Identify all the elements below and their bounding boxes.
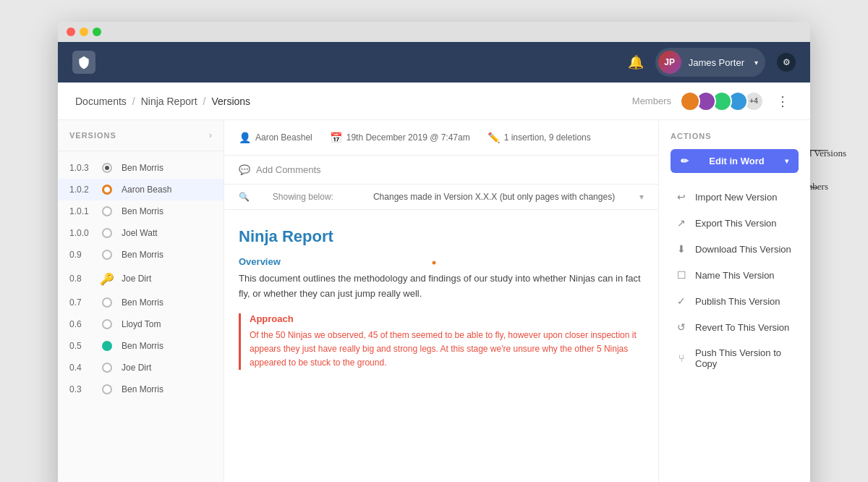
revert-label: Revert To This Version xyxy=(695,322,789,333)
import-icon: ↩ xyxy=(675,191,688,203)
version-dot-area xyxy=(100,206,114,216)
version-user: Ben Morris xyxy=(122,384,163,394)
revert-this-version[interactable]: ↺ Revert To This Version xyxy=(671,315,799,339)
version-item[interactable]: 0.9 Ben Morris xyxy=(58,244,224,266)
version-dot-area xyxy=(100,319,114,329)
name-this-version[interactable]: ☐ Name This Version xyxy=(671,263,799,287)
download-this-version[interactable]: ⬇ Download This Version xyxy=(671,237,799,261)
breadcrumb-ninja-report[interactable]: Ninja Report xyxy=(141,96,197,107)
user-menu[interactable]: JP James Porter ▾ xyxy=(655,48,765,77)
version-dot xyxy=(102,319,112,329)
version-user: Aaron Beash xyxy=(122,185,171,195)
version-item[interactable]: 0.6 Lloyd Tom xyxy=(58,313,224,335)
version-dot xyxy=(102,228,112,238)
version-dot-area xyxy=(100,228,114,238)
push-to-copy[interactable]: ⑂ Push This Version to Copy xyxy=(671,341,799,376)
version-dot xyxy=(102,163,112,173)
author-meta: 👤 Aaron Beashel xyxy=(239,132,312,143)
document-body: This document outlines the methodology a… xyxy=(239,271,644,302)
version-dot xyxy=(102,341,112,351)
version-item[interactable]: 0.7 Ben Morris xyxy=(58,292,224,313)
overview-heading: Overview xyxy=(239,256,644,267)
version-user: Joe Dirt xyxy=(122,274,151,284)
author-name: Aaron Beashel xyxy=(255,132,312,143)
maximize-dot[interactable] xyxy=(93,28,101,36)
showing-value: Changes made in Version X.X.X (but only … xyxy=(373,192,615,202)
edit-in-word-button[interactable]: ✏ Edit in Word ▾ xyxy=(671,149,799,173)
version-dot-area xyxy=(100,363,114,373)
version-number: 1.0.2 xyxy=(69,185,93,195)
calendar-icon: 📅 xyxy=(330,132,342,143)
version-item[interactable]: 1.0.2 Aaron Beash xyxy=(58,179,224,200)
version-user: Ben Morris xyxy=(122,341,163,351)
user-name-label: James Porter xyxy=(689,57,744,68)
actions-panel: ACTIONS ✏ Edit in Word ▾ ↩ Import New Ve… xyxy=(658,120,810,482)
close-dot[interactable] xyxy=(67,28,75,36)
export-this-version[interactable]: ↗ Export This Version xyxy=(671,211,799,235)
settings-button[interactable]: ⚙ xyxy=(777,53,796,72)
breadcrumb-sep-2: / xyxy=(203,96,206,107)
sidebar-expand-icon[interactable]: › xyxy=(209,130,212,140)
import-new-version[interactable]: ↩ Import New Version xyxy=(671,185,799,209)
version-item[interactable]: 0.5 Ben Morris xyxy=(58,335,224,357)
publish-icon: ✓ xyxy=(675,295,688,307)
settings-icon: ⚙ xyxy=(783,57,791,67)
showing-bar[interactable]: 🔍 Showing below: Changes made in Version… xyxy=(224,185,658,210)
date-meta: 📅 19th December 2019 @ 7:47am xyxy=(330,132,470,143)
minimize-dot[interactable] xyxy=(80,28,88,36)
version-user: Ben Morris xyxy=(122,250,163,260)
version-item[interactable]: 1.0.3 Ben Morris xyxy=(58,157,224,179)
approach-section: Approach Of the 50 Ninjas we observed, 4… xyxy=(239,313,644,371)
comment-icon: 💬 xyxy=(239,164,250,175)
version-dot-key: 🔑 xyxy=(100,271,114,286)
version-dot xyxy=(102,206,112,216)
version-user: Ben Morris xyxy=(122,163,163,173)
breadcrumb-bar: Documents / Ninja Report / Versions Memb… xyxy=(58,83,810,120)
version-item[interactable]: 0.8 🔑 Joe Dirt xyxy=(58,266,224,292)
version-dot xyxy=(102,363,112,373)
version-user: Joel Watt xyxy=(122,228,158,238)
user-avatar: JP xyxy=(658,51,681,74)
add-comments-bar[interactable]: 💬 Add Comments xyxy=(224,156,658,185)
version-item[interactable]: 1.0.0 Joel Watt xyxy=(58,222,224,244)
app-logo xyxy=(72,51,95,74)
doc-date: 19th December 2019 @ 7:47am xyxy=(346,132,470,143)
members-label: Members xyxy=(632,96,671,106)
version-number: 0.5 xyxy=(69,341,93,351)
version-number: 0.4 xyxy=(69,363,93,373)
version-number: 1.0.3 xyxy=(69,163,93,173)
breadcrumb-documents[interactable]: Documents xyxy=(75,96,127,107)
version-list: 1.0.3 Ben Morris 1.0.2 xyxy=(58,151,224,406)
user-chevron-icon: ▾ xyxy=(754,59,758,67)
version-item[interactable]: 0.4 Joe Dirt xyxy=(58,357,224,379)
version-number: 0.7 xyxy=(69,297,93,308)
version-item[interactable]: 1.0.1 Ben Morris xyxy=(58,200,224,222)
breadcrumb: Documents / Ninja Report / Versions xyxy=(75,96,250,107)
export-icon: ↗ xyxy=(675,217,688,229)
edit-btn-chevron-icon: ▾ xyxy=(785,157,788,165)
download-icon: ⬇ xyxy=(675,243,688,255)
add-comments-label: Add Comments xyxy=(256,164,321,175)
version-dot-area xyxy=(100,185,114,195)
breadcrumb-right: Members +4 ⋮ xyxy=(632,91,793,111)
name-label: Name This Version xyxy=(695,270,775,281)
navbar-right: 🔔 JP James Porter ▾ ⚙ xyxy=(628,48,796,77)
version-user: Ben Morris xyxy=(122,206,163,216)
version-dot-area: 🔑 xyxy=(100,271,114,286)
version-dot-area xyxy=(100,297,114,308)
more-options-button[interactable]: ⋮ xyxy=(773,91,793,111)
version-item[interactable]: 0.3 Ben Morris xyxy=(58,379,224,400)
changes-meta: ✏️ 1 insertion, 9 deletions xyxy=(488,132,591,143)
sidebar-title: VERSIONS xyxy=(69,131,116,140)
export-label: Export This Version xyxy=(695,218,776,229)
version-number: 0.8 xyxy=(69,274,93,284)
approach-body: Of the 50 Ninjas we observed, 45 of them… xyxy=(250,329,644,371)
version-number: 0.6 xyxy=(69,319,93,329)
publish-label: Publish This Version xyxy=(695,296,780,307)
approach-title: Approach xyxy=(250,313,644,324)
breadcrumb-sep-1: / xyxy=(132,96,135,107)
notifications-bell[interactable]: 🔔 xyxy=(628,54,644,70)
publish-this-version[interactable]: ✓ Publish This Version xyxy=(671,289,799,313)
action-list: ↩ Import New Version ↗ Export This Versi… xyxy=(671,185,799,376)
edit-icon: ✏️ xyxy=(488,132,500,143)
